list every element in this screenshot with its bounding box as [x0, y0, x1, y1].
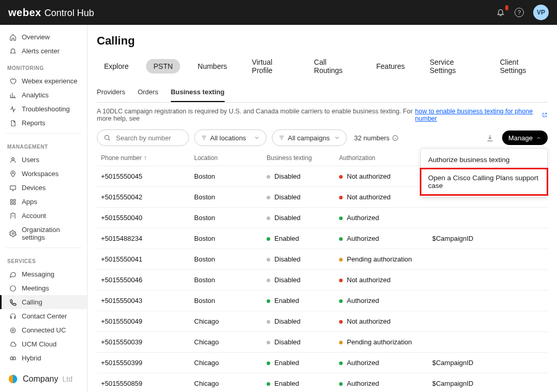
subtab-orders[interactable]: Orders [138, 85, 158, 102]
tab-client-settings[interactable]: Client Settings [493, 55, 548, 78]
sidebar-item-devices[interactable]: Devices [0, 181, 87, 195]
cell-business-texting: Disabled [267, 276, 339, 284]
building-icon [9, 212, 17, 220]
sidebar-item-workspaces[interactable]: Workspaces [0, 167, 87, 181]
status-dot-icon [339, 237, 343, 241]
cell-phone: +5015488234 [101, 235, 194, 242]
notifications-icon[interactable] [496, 8, 505, 17]
manage-menu-support-case[interactable]: Open a Cisco Calling Plans support case [421, 169, 547, 195]
table-row[interactable]: +5015550859 Chicago Enabled Authorized $… [97, 373, 548, 392]
info-icon[interactable] [392, 135, 399, 141]
cell-authorization: Authorized [339, 380, 432, 387]
status-dot-icon [267, 258, 270, 262]
secondary-tabs: Providers Orders Business texting [97, 85, 548, 103]
info-link[interactable]: how to enable business texting for phone… [415, 108, 539, 122]
cell-location: Boston [194, 255, 267, 263]
search-input[interactable] [115, 134, 182, 142]
manage-button[interactable]: Manage [502, 130, 548, 145]
svg-rect-6 [13, 202, 16, 205]
download-icon[interactable] [486, 134, 494, 142]
subtab-providers[interactable]: Providers [97, 85, 125, 102]
sidebar-item-label: Analytics [22, 91, 49, 99]
toolbar: All locations All campaigns 32 numbers [97, 129, 548, 146]
brand-hub: Control Hub [45, 8, 94, 19]
sidebar-item-messaging[interactable]: Messaging [0, 267, 87, 281]
table-row[interactable]: +5015550041 Boston Disabled Pending auth… [97, 249, 548, 269]
tab-pstn[interactable]: PSTN [146, 59, 180, 74]
col-authorization[interactable]: Authorization [339, 154, 432, 162]
cell-campaign: $CampaignID [432, 235, 543, 242]
sidebar-item-label: Connected UC [22, 326, 66, 334]
tab-service-settings[interactable]: Service Settings [422, 55, 482, 78]
sidebar-item-hybrid[interactable]: Hybrid [0, 351, 87, 365]
sidebar-item-label: Users [22, 156, 39, 164]
sidebar-item-users[interactable]: Users [0, 153, 87, 167]
cell-location: Boston [194, 193, 267, 201]
company-name: Company [23, 374, 58, 384]
table-row[interactable]: +5015488234 Boston Enabled Authorized $C… [97, 228, 548, 249]
cell-campaign: $CampaignID [432, 380, 543, 387]
status-dot-icon [339, 175, 343, 179]
search-input-wrapper[interactable] [97, 129, 189, 146]
message-icon [9, 270, 17, 278]
sort-asc-icon: ↑ [144, 154, 147, 162]
svg-point-13 [105, 135, 109, 139]
status-dot-icon [339, 361, 343, 365]
main-content: Calling Explore PSTN Numbers Virtual Pro… [87, 25, 557, 392]
help-icon[interactable]: ? [515, 8, 524, 17]
monitor-icon [9, 184, 17, 192]
sidebar-item-calling[interactable]: Calling [0, 295, 87, 309]
chevron-down-icon [334, 135, 340, 141]
sidebar-item-troubleshooting[interactable]: Troubleshooting [0, 102, 87, 116]
table-row[interactable]: +5015550043 Boston Enabled Authorized [97, 290, 548, 311]
tab-call-routings[interactable]: Call Routings [307, 55, 359, 78]
cell-business-texting: Disabled [267, 172, 339, 180]
sidebar-item-alerts[interactable]: Alerts center [0, 44, 87, 58]
cell-phone: +5015550859 [101, 380, 194, 387]
sidebar-section-services: SERVICES [0, 251, 87, 267]
locations-filter[interactable]: All locations [194, 129, 267, 146]
sidebar-item-analytics[interactable]: Analytics [0, 88, 87, 102]
sidebar-item-apps[interactable]: Apps [0, 195, 87, 209]
tab-virtual-profile[interactable]: Virtual Profile [245, 55, 297, 78]
sidebar-item-contact-center[interactable]: Contact Center [0, 309, 87, 323]
table-row[interactable]: +5015550049 Chicago Disabled Not authori… [97, 311, 548, 331]
filter-icon [201, 135, 207, 141]
status-dot-icon [267, 175, 270, 179]
tab-features[interactable]: Features [369, 59, 412, 74]
table-body: +5015550045 Boston Disabled Not authoriz… [97, 166, 548, 392]
tab-explore[interactable]: Explore [97, 59, 136, 74]
sidebar-item-org-settings[interactable]: Organization settings [0, 223, 87, 244]
sidebar-item-connected-uc[interactable]: Connected UC [0, 323, 87, 337]
sidebar-item-overview[interactable]: Overview [0, 30, 87, 44]
user-avatar[interactable]: VP [533, 5, 549, 20]
sidebar-item-label: Contact Center [22, 312, 67, 320]
manage-menu-authorize[interactable]: Authorize business texting [421, 151, 547, 169]
col-location[interactable]: Location [194, 154, 267, 162]
sidebar-item-meetings[interactable]: Meetings [0, 281, 87, 295]
sidebar-item-account[interactable]: Account [0, 209, 87, 223]
cell-phone: +5015550042 [101, 193, 194, 201]
table-row[interactable]: +5015550399 Chicago Enabled Authorized $… [97, 352, 548, 373]
chevron-down-icon [254, 135, 260, 141]
col-business-texting[interactable]: Business texting [267, 154, 339, 162]
cell-business-texting: Disabled [267, 214, 339, 222]
sidebar-item-ucm-cloud[interactable]: UCM Cloud [0, 337, 87, 351]
svg-point-10 [12, 329, 14, 331]
sidebar-item-webex-experience[interactable]: Webex experience [0, 74, 87, 88]
gear-icon [9, 230, 17, 238]
col-phone[interactable]: Phone number↑ [101, 154, 194, 162]
sidebar-item-reports[interactable]: Reports [0, 116, 87, 130]
cell-location: Boston [194, 235, 267, 242]
table-row[interactable]: +5015550046 Boston Disabled Not authoriz… [97, 269, 548, 290]
tab-numbers[interactable]: Numbers [190, 59, 234, 74]
campaigns-filter[interactable]: All campaigns [272, 129, 347, 146]
cell-authorization: Pending authorization [339, 338, 432, 346]
status-dot-icon [267, 382, 270, 386]
campaigns-filter-label: All campaigns [288, 134, 330, 142]
subtab-business-texting[interactable]: Business texting [171, 85, 225, 102]
table-row[interactable]: +5015550040 Boston Disabled Authorized [97, 207, 548, 228]
cell-phone: +5015550046 [101, 276, 194, 284]
status-dot-icon [339, 196, 343, 199]
table-row[interactable]: +5015550039 Chicago Disabled Pending aut… [97, 331, 548, 352]
